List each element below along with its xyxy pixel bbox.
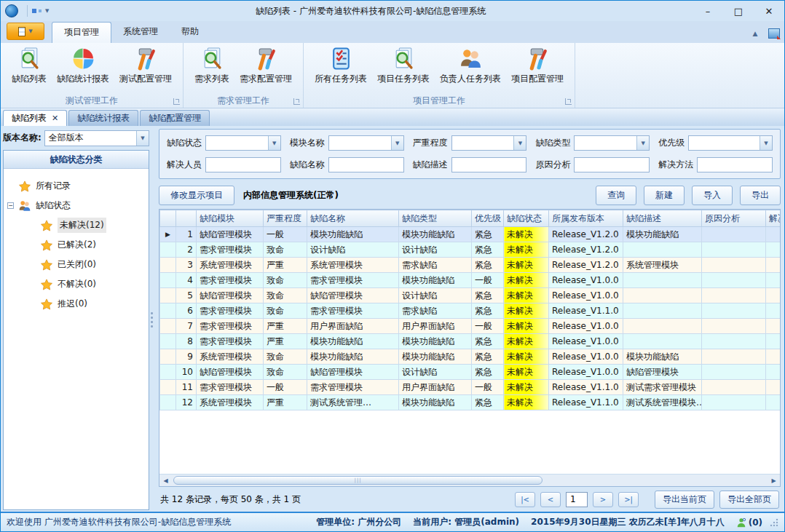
tree-item-所有记录[interactable]: 所有记录 xyxy=(7,176,146,196)
table-row[interactable]: 10缺陷管理模块致命缺陷管理模块设计缺陷紧急未解决Release_V1.0.0缺… xyxy=(160,365,781,380)
tree-item-推迟(0)[interactable]: 推迟(0) xyxy=(7,294,146,314)
table-row[interactable]: 11需求管理模块一般需求管理模块用户界面缺陷一般未解决Release_V1.1.… xyxy=(160,380,781,395)
chevron-down-icon[interactable]: ▼ xyxy=(636,136,649,150)
ribbon-tab-项目管理[interactable]: 项目管理 xyxy=(52,22,111,43)
filter-input-缺陷名称[interactable] xyxy=(328,157,404,172)
modify-display-items-button[interactable]: 修改显示项目 xyxy=(159,186,234,205)
ribbon-button-需求配置管理[interactable]: 需求配置管理 xyxy=(234,45,297,87)
ribbon-button-缺陷统计报表[interactable]: 缺陷统计报表 xyxy=(52,45,114,87)
chevron-down-icon[interactable]: ▼ xyxy=(391,136,403,150)
query-button[interactable]: 查询 xyxy=(596,186,636,205)
scrollbar-track[interactable]: ||| xyxy=(172,475,768,486)
filter-input-解决人员[interactable] xyxy=(205,157,281,172)
column-header-解决方法[interactable]: 解决方法 xyxy=(766,210,781,227)
cell-solution xyxy=(766,380,781,395)
table-row[interactable]: 4需求管理模块致命需求管理模块模块功能缺陷一般未解决Release_V1.0.0 xyxy=(160,273,781,288)
first-page-button[interactable]: |< xyxy=(515,492,535,507)
filter-select-缺陷状态[interactable]: ▼ xyxy=(205,135,281,151)
ribbon-group: 所有任务列表项目任务列表负责人任务列表项目配置管理项目管理工作 xyxy=(304,43,575,108)
dialog-launcher-icon[interactable] xyxy=(173,98,180,105)
new-button[interactable]: 新建 xyxy=(644,186,685,205)
doc-tab-缺陷配置管理[interactable]: 缺陷配置管理 xyxy=(140,110,210,126)
dialog-launcher-icon[interactable] xyxy=(293,98,300,105)
filter-select-严重程度[interactable]: ▼ xyxy=(451,135,527,151)
column-header-原因分析[interactable]: 原因分析 xyxy=(702,210,766,227)
export-button[interactable]: 导出 xyxy=(740,186,781,205)
ribbon-tab-帮助[interactable]: 帮助 xyxy=(170,22,210,43)
table-row[interactable]: 6需求管理模块致命需求管理模块需求缺陷紧急未解决Release_V1.1.0 xyxy=(160,303,781,319)
table-row[interactable]: 9系统管理模块致命模块功能缺陷模块功能缺陷紧急未解决Release_V1.0.0… xyxy=(160,349,781,365)
column-header-严重程度[interactable]: 严重程度 xyxy=(264,210,307,227)
export-all-pages-button[interactable]: 导出全部页 xyxy=(719,491,779,509)
ribbon-tab-系统管理[interactable]: 系统管理 xyxy=(111,22,170,43)
column-header-缺陷状态[interactable]: 缺陷状态 xyxy=(504,210,549,227)
column-header-blank[interactable] xyxy=(176,210,197,227)
chevron-down-icon[interactable]: ▼ xyxy=(513,136,526,150)
ribbon-button-需求列表[interactable]: 需求列表 xyxy=(189,45,234,87)
column-header-缺陷类型[interactable]: 缺陷类型 xyxy=(399,210,472,227)
tree-item-不解决(0)[interactable]: 不解决(0) xyxy=(7,274,146,294)
column-header-缺陷模块[interactable]: 缺陷模块 xyxy=(197,210,264,227)
maximize-button[interactable]: □ xyxy=(723,1,754,21)
filter-select-优先级[interactable]: ▼ xyxy=(688,135,773,151)
tree-item-已解决(2)[interactable]: 已解决(2) xyxy=(7,235,146,255)
tree-item-未解决(12)[interactable]: 未解决(12) xyxy=(7,215,146,235)
export-current-page-button[interactable]: 导出当前页 xyxy=(655,491,714,509)
last-page-button[interactable]: >| xyxy=(618,492,639,507)
scroll-left-icon[interactable]: ◀ xyxy=(159,477,172,484)
application-menu-button[interactable]: ▼ xyxy=(7,23,44,40)
ribbon-button-缺陷列表[interactable]: 缺陷列表 xyxy=(7,45,52,87)
chevron-down-icon[interactable]: ▼ xyxy=(760,136,772,150)
ribbon-button-负责人任务列表[interactable]: 负责人任务列表 xyxy=(435,45,506,87)
tree-item-缺陷状态[interactable]: −缺陷状态 xyxy=(7,196,146,215)
close-tab-icon[interactable]: ✕ xyxy=(52,114,58,123)
table-row[interactable]: 12系统管理模块严重测试系统管理…模块功能缺陷紧急未解决Release_V1.1… xyxy=(160,395,781,410)
column-header-blank[interactable] xyxy=(160,210,176,227)
ribbon-button-项目配置管理[interactable]: 项目配置管理 xyxy=(506,45,569,87)
minimize-button[interactable]: – xyxy=(693,1,723,21)
collapse-node-icon[interactable]: − xyxy=(7,202,14,209)
table-row[interactable]: 3系统管理模块严重系统管理模块需求缺陷紧急未解决Release_V1.2.0系统… xyxy=(160,258,781,273)
next-page-button[interactable]: > xyxy=(593,492,613,507)
version-select[interactable]: 全部版本 ▼ xyxy=(44,130,149,146)
splitter-handle[interactable] xyxy=(149,129,154,510)
column-header-所属发布版本[interactable]: 所属发布版本 xyxy=(549,210,623,227)
doc-tab-缺陷列表[interactable]: 缺陷列表✕ xyxy=(3,110,67,126)
chevron-down-icon[interactable]: ▼ xyxy=(268,136,280,150)
close-button[interactable]: ✕ xyxy=(754,1,784,21)
filter-input-缺陷描述[interactable] xyxy=(451,157,527,172)
table-row[interactable]: ▶1缺陷管理模块一般模块功能缺陷模块功能缺陷紧急未解决Release_V1.2.… xyxy=(160,227,781,242)
filter-select-缺陷类型[interactable]: ▼ xyxy=(574,135,650,151)
horizontal-scrollbar[interactable]: ◀ ||| ▶ xyxy=(159,474,780,486)
table-row[interactable]: 2需求管理模块致命设计缺陷设计缺陷紧急未解决Release_V1.2.0 xyxy=(160,242,781,258)
tree-item-已关闭(0)[interactable]: 已关闭(0) xyxy=(7,255,146,274)
page-number-input[interactable] xyxy=(566,492,588,507)
about-window-icon[interactable] xyxy=(768,28,780,39)
collapse-ribbon-icon[interactable]: ▲ xyxy=(748,28,762,39)
column-header-优先级[interactable]: 优先级 xyxy=(472,210,504,227)
dialog-launcher-icon[interactable] xyxy=(565,98,572,105)
ribbon-button-所有任务列表[interactable]: 所有任务列表 xyxy=(309,45,372,87)
table-row[interactable]: 5缺陷管理模块致命缺陷管理模块设计缺陷紧急未解决Release_V1.0.0 xyxy=(160,288,781,303)
cell-module: 系统管理模块 xyxy=(197,395,264,410)
ribbon-button-测试配置管理[interactable]: 测试配置管理 xyxy=(114,45,177,87)
filter-select-模块名称[interactable]: ▼ xyxy=(328,135,404,151)
table-row[interactable]: 7需求管理模块严重用户界面缺陷用户界面缺陷一般未解决Release_V1.0.0 xyxy=(160,319,781,334)
cell-solution xyxy=(766,334,781,349)
import-button[interactable]: 导入 xyxy=(692,186,733,205)
prev-page-button[interactable]: < xyxy=(540,492,561,507)
filter-input-原因分析[interactable] xyxy=(574,157,650,172)
table-row[interactable]: 8需求管理模块严重模块功能缺陷模块功能缺陷紧急未解决Release_V1.0.0 xyxy=(160,334,781,349)
column-header-缺陷描述[interactable]: 缺陷描述 xyxy=(623,210,702,227)
filter-field-严重程度: 严重程度▼ xyxy=(413,135,527,151)
resize-grip[interactable] xyxy=(770,518,778,527)
filter-input-解决方法[interactable] xyxy=(697,157,773,172)
cell-solution xyxy=(766,288,781,303)
chevron-down-icon[interactable]: ▼ xyxy=(136,131,149,146)
quick-access-toolbar-icon[interactable] xyxy=(32,9,42,13)
scrollbar-thumb[interactable]: ||| xyxy=(173,476,543,485)
doc-tab-缺陷统计报表[interactable]: 缺陷统计报表 xyxy=(68,110,138,126)
ribbon-button-项目任务列表[interactable]: 项目任务列表 xyxy=(372,45,435,87)
column-header-缺陷名称[interactable]: 缺陷名称 xyxy=(307,210,399,227)
scroll-right-icon[interactable]: ▶ xyxy=(768,477,780,484)
